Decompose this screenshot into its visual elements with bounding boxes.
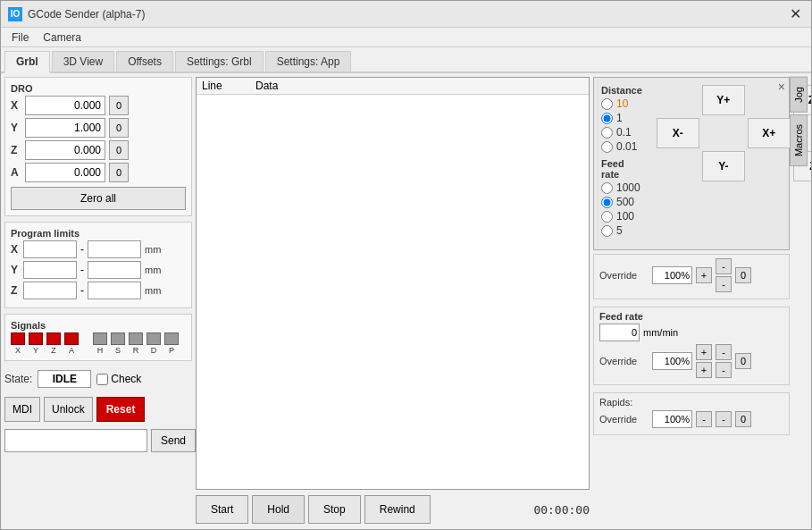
dro-zero-y[interactable]: 0 xyxy=(109,118,129,138)
feed-minus2-button[interactable]: - xyxy=(716,362,732,378)
feed-radio-1000[interactable] xyxy=(601,182,613,194)
close-button[interactable]: ✕ xyxy=(786,5,804,23)
window-title: GCode Sender (alpha-7) xyxy=(28,8,786,21)
rapids-minus2-button[interactable]: - xyxy=(716,411,732,427)
dro-input-y[interactable] xyxy=(25,118,105,138)
spindle-plus-button[interactable]: + xyxy=(696,267,712,283)
stop-button[interactable]: Stop xyxy=(308,495,361,524)
limits-min-y[interactable] xyxy=(23,261,77,279)
limits-max-x[interactable] xyxy=(88,240,141,258)
distance-option-1[interactable]: 1 xyxy=(601,112,642,124)
feedrate-input[interactable] xyxy=(599,324,640,341)
limits-min-x[interactable] xyxy=(23,240,77,258)
hold-button[interactable]: Hold xyxy=(252,495,305,524)
distance-label-001: 0.01 xyxy=(616,140,637,153)
dro-input-a[interactable] xyxy=(25,163,105,182)
jog-row-3: Y- Z- xyxy=(657,151,811,181)
limits-max-y[interactable] xyxy=(88,261,141,279)
jog-x-minus[interactable]: X- xyxy=(657,118,699,148)
distance-feed-popup: × Distance 10 xyxy=(593,77,790,250)
tab-grbl[interactable]: Grbl xyxy=(4,51,50,73)
spindle-zero-button[interactable]: 0 xyxy=(735,267,751,283)
limits-max-z[interactable] xyxy=(88,282,141,299)
dro-label-x: X xyxy=(11,99,21,112)
unlock-button[interactable]: Unlock xyxy=(44,397,93,422)
rapids-section: Rapids: Override - - 0 xyxy=(593,392,790,435)
dro-zero-x[interactable]: 0 xyxy=(109,96,129,115)
rapids-zero-button[interactable]: 0 xyxy=(735,411,751,427)
controls-row: Start Hold Stop Rewind 00:00:00 xyxy=(196,493,590,526)
signal-a: A xyxy=(64,332,79,355)
zero-all-button[interactable]: Zero all xyxy=(11,187,186,210)
feed-plus2-button[interactable]: + xyxy=(696,362,712,378)
tab-settings-grbl[interactable]: Settings: Grbl xyxy=(175,51,264,72)
dro-zero-z[interactable]: 0 xyxy=(109,140,129,160)
rapids-minus-button[interactable]: - xyxy=(696,411,712,427)
tab-settings-app[interactable]: Settings: App xyxy=(265,51,352,72)
jog-x-plus[interactable]: X+ xyxy=(748,118,791,148)
feed-option-100[interactable]: 100 xyxy=(601,210,642,223)
distance-option-001[interactable]: 0.01 xyxy=(601,140,642,153)
jog-y-minus[interactable]: Y- xyxy=(702,151,745,181)
menu-file[interactable]: File xyxy=(4,29,36,46)
check-label[interactable]: Check xyxy=(96,373,141,385)
distance-radio-001[interactable] xyxy=(601,141,613,153)
limits-unit-z: mm xyxy=(145,285,161,296)
menu-camera[interactable]: Camera xyxy=(36,29,88,46)
rewind-button[interactable]: Rewind xyxy=(364,495,431,524)
feed-override-input[interactable] xyxy=(652,352,692,370)
signal-led-s xyxy=(111,332,125,345)
reset-button[interactable]: Reset xyxy=(96,397,146,422)
signal-z: Z xyxy=(46,332,61,355)
feed-option-1000[interactable]: 1000 xyxy=(601,181,642,194)
tab-3dview[interactable]: 3D View xyxy=(52,51,114,72)
start-button[interactable]: Start xyxy=(196,495,248,524)
feedrate-title: Feed rate xyxy=(599,311,783,322)
feed-zero-button[interactable]: 0 xyxy=(735,353,751,369)
limits-sep-x: - xyxy=(80,243,84,256)
spindle-minus-button[interactable]: - xyxy=(716,258,732,274)
feed-plus-button[interactable]: + xyxy=(696,344,712,360)
distance-radio-1[interactable] xyxy=(601,113,613,124)
signal-led-h xyxy=(93,332,107,345)
distance-radio-01[interactable] xyxy=(601,127,613,139)
tab-offsets[interactable]: Offsets xyxy=(116,51,173,72)
jog-y-plus[interactable]: Y+ xyxy=(702,85,745,115)
distance-option-01[interactable]: 0.1 xyxy=(601,126,642,139)
distance-option-10[interactable]: 10 xyxy=(601,97,642,110)
signals-title: Signals xyxy=(11,320,186,331)
distance-label-01: 0.1 xyxy=(616,126,632,139)
right-area: × Distance 10 xyxy=(593,77,808,526)
dro-zero-a[interactable]: 0 xyxy=(109,163,129,182)
feed-rate-radio-group: 1000 500 100 xyxy=(601,181,642,237)
feed-radio-500[interactable] xyxy=(601,197,613,208)
spindle-minus2-button[interactable]: - xyxy=(716,276,732,292)
side-tab-jog[interactable]: Jog xyxy=(790,77,808,113)
gcode-table[interactable]: Line Data xyxy=(196,77,590,490)
jog-spacer-mid xyxy=(702,118,745,148)
limits-row-z: Z - mm xyxy=(11,282,186,299)
dro-input-x[interactable] xyxy=(25,96,105,115)
side-tab-macros[interactable]: Macros xyxy=(790,114,808,166)
dro-label-a: A xyxy=(11,166,21,179)
popup-close-button[interactable]: × xyxy=(778,80,785,94)
mdi-input-row: Send xyxy=(4,429,192,452)
dro-input-z[interactable] xyxy=(25,140,105,160)
feed-radio-5[interactable] xyxy=(601,225,613,237)
dro-section: DRO X 0 Y 0 Z 0 A xyxy=(4,77,192,216)
feed-option-500[interactable]: 500 xyxy=(601,196,642,208)
mdi-input[interactable] xyxy=(4,429,147,452)
feed-option-5[interactable]: 5 xyxy=(601,224,642,237)
check-checkbox[interactable] xyxy=(96,374,108,385)
spindle-override-input[interactable] xyxy=(652,266,692,284)
dro-row-a: A 0 xyxy=(11,163,186,182)
feed-minus-button[interactable]: - xyxy=(716,344,732,360)
app-icon: IO xyxy=(8,7,22,21)
send-button[interactable]: Send xyxy=(151,429,196,452)
mdi-button[interactable]: MDI xyxy=(4,397,40,422)
distance-radio-10[interactable] xyxy=(601,98,613,110)
limits-min-z[interactable] xyxy=(23,282,77,299)
dro-row-y: Y 0 xyxy=(11,118,186,138)
rapids-override-input[interactable] xyxy=(652,410,692,428)
feed-radio-100[interactable] xyxy=(601,211,613,223)
